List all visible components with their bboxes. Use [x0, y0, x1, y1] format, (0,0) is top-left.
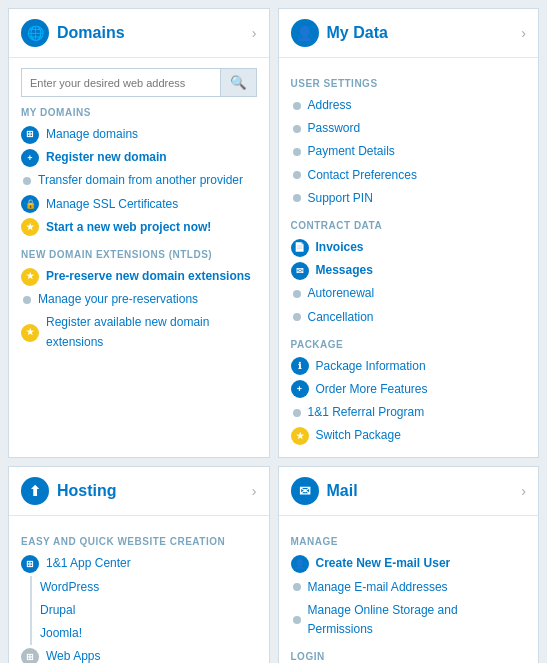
domain-search-button[interactable]: 🔍 — [220, 69, 256, 96]
manage-addresses-label: Manage E-mail Addresses — [308, 578, 448, 597]
app-center-label: 1&1 App Center — [46, 554, 131, 573]
mydata-panel-header[interactable]: 👤 My Data › — [279, 9, 539, 58]
mail-panel: ✉ Mail › MANAGE 👤 Create New E-mail User… — [278, 466, 540, 663]
manage-ssl-item[interactable]: 🔒 Manage SSL Certificates — [21, 193, 257, 216]
transfer-domain-item[interactable]: Transfer domain from another provider — [21, 169, 257, 192]
domains-chevron: › — [252, 25, 257, 41]
cancellation-dot — [293, 313, 301, 321]
drupal-item[interactable]: Drupal — [40, 599, 257, 622]
pre-reserve-label: Pre-reserve new domain extensions — [46, 267, 251, 286]
register-available-item[interactable]: ★ Register available new domain extensio… — [21, 311, 257, 353]
hosting-chevron: › — [252, 483, 257, 499]
manage-ssl-icon: 🔒 — [21, 195, 39, 213]
manage-domains-icon: ⊞ — [21, 126, 39, 144]
mydata-title: My Data — [327, 24, 388, 42]
register-available-label: Register available new domain extensions — [46, 313, 257, 351]
referral-dot — [293, 409, 301, 417]
address-label: Address — [308, 96, 352, 115]
package-label: PACKAGE — [291, 339, 527, 350]
autorenewal-dot — [293, 290, 301, 298]
domain-search-row: 🔍 — [21, 68, 257, 97]
new-project-label: Start a new web project now! — [46, 218, 211, 237]
app-center-icon: ⊞ — [21, 555, 39, 573]
create-email-label: Create New E-mail User — [316, 554, 451, 573]
pre-reserve-item[interactable]: ★ Pre-reserve new domain extensions — [21, 265, 257, 288]
contract-data-label: CONTRACT DATA — [291, 220, 527, 231]
my-domains-label: MY DOMAINS — [21, 107, 257, 118]
mydata-panel: 👤 My Data › USER SETTINGS Address Passwo… — [278, 8, 540, 458]
contact-dot — [293, 171, 301, 179]
register-domain-item[interactable]: + Register new domain — [21, 146, 257, 169]
domains-panel: 🌐 Domains › 🔍 MY DOMAINS ⊞ Manage domain… — [8, 8, 270, 458]
hosting-title: Hosting — [57, 482, 117, 500]
address-item[interactable]: Address — [291, 94, 527, 117]
order-features-icon: + — [291, 380, 309, 398]
wordpress-item[interactable]: WordPress — [40, 576, 257, 599]
web-apps-icon: ⊞ — [21, 648, 39, 663]
app-center-item[interactable]: ⊞ 1&1 App Center — [21, 552, 257, 575]
create-email-item[interactable]: 👤 Create New E-mail User — [291, 552, 527, 575]
hosting-body: EASY AND QUICK WEBSITE CREATION ⊞ 1&1 Ap… — [9, 516, 269, 663]
order-features-item[interactable]: + Order More Features — [291, 378, 527, 401]
contact-label: Contact Preferences — [308, 166, 417, 185]
package-info-label: Package Information — [316, 357, 426, 376]
hosting-icon: ⬆ — [21, 477, 49, 505]
online-storage-label: Manage Online Storage and Permissions — [308, 601, 527, 639]
support-pin-item[interactable]: Support PIN — [291, 187, 527, 210]
easy-label: EASY AND QUICK WEBSITE CREATION — [21, 536, 257, 547]
cancellation-label: Cancellation — [308, 308, 374, 327]
order-features-label: Order More Features — [316, 380, 428, 399]
hosting-panel-header[interactable]: ⬆ Hosting › — [9, 467, 269, 516]
domains-body: 🔍 MY DOMAINS ⊞ Manage domains + Register… — [9, 58, 269, 364]
invoices-label: Invoices — [316, 238, 364, 257]
domain-search-input[interactable] — [22, 71, 220, 95]
referral-label: 1&1 Referral Program — [308, 403, 425, 422]
mydata-body: USER SETTINGS Address Password Payment D… — [279, 58, 539, 457]
messages-icon: ✉ — [291, 262, 309, 280]
support-pin-label: Support PIN — [308, 189, 373, 208]
web-apps-label: Web Apps — [46, 647, 100, 663]
mail-title: Mail — [327, 482, 358, 500]
invoices-item[interactable]: 📄 Invoices — [291, 236, 527, 259]
online-storage-item[interactable]: Manage Online Storage and Permissions — [291, 599, 527, 641]
wordpress-label: WordPress — [40, 578, 99, 597]
domains-title: Domains — [57, 24, 125, 42]
package-info-item[interactable]: ℹ Package Information — [291, 355, 527, 378]
manage-reservations-label: Manage your pre-reservations — [38, 290, 198, 309]
web-apps-item[interactable]: ⊞ Web Apps — [21, 645, 257, 663]
register-domain-icon: + — [21, 149, 39, 167]
joomla-label: Joomla! — [40, 624, 82, 643]
contact-prefs-item[interactable]: Contact Preferences — [291, 164, 527, 187]
manage-reservations-item[interactable]: Manage your pre-reservations — [21, 288, 257, 311]
invoices-icon: 📄 — [291, 239, 309, 257]
mail-panel-header[interactable]: ✉ Mail › — [279, 467, 539, 516]
online-storage-dot — [293, 616, 301, 624]
domains-icon: 🌐 — [21, 19, 49, 47]
joomla-item[interactable]: Joomla! — [40, 622, 257, 645]
user-settings-label: USER SETTINGS — [291, 78, 527, 89]
manage-addresses-dot — [293, 583, 301, 591]
address-dot — [293, 102, 301, 110]
manage-addresses-item[interactable]: Manage E-mail Addresses — [291, 576, 527, 599]
password-item[interactable]: Password — [291, 117, 527, 140]
autorenewal-item[interactable]: Autorenewal — [291, 282, 527, 305]
manage-ssl-label: Manage SSL Certificates — [46, 195, 178, 214]
password-dot — [293, 125, 301, 133]
new-project-item[interactable]: ★ Start a new web project now! — [21, 216, 257, 239]
cancellation-item[interactable]: Cancellation — [291, 306, 527, 329]
messages-item[interactable]: ✉ Messages — [291, 259, 527, 282]
register-domain-label: Register new domain — [46, 148, 167, 167]
create-email-icon: 👤 — [291, 555, 309, 573]
switch-package-item[interactable]: ★ Switch Package — [291, 424, 527, 447]
manage-domains-item[interactable]: ⊞ Manage domains — [21, 123, 257, 146]
mail-manage-label: MANAGE — [291, 536, 527, 547]
referral-item[interactable]: 1&1 Referral Program — [291, 401, 527, 424]
transfer-domain-dot — [23, 177, 31, 185]
payment-details-item[interactable]: Payment Details — [291, 140, 527, 163]
pre-reserve-icon: ★ — [21, 268, 39, 286]
package-info-icon: ℹ — [291, 357, 309, 375]
mydata-icon: 👤 — [291, 19, 319, 47]
drupal-label: Drupal — [40, 601, 75, 620]
mydata-chevron: › — [521, 25, 526, 41]
domains-panel-header[interactable]: 🌐 Domains › — [9, 9, 269, 58]
